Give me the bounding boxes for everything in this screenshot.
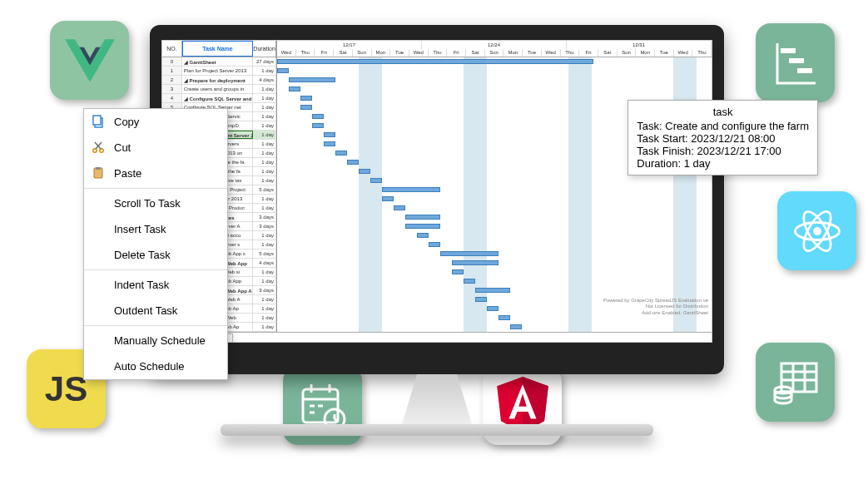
cell-duration[interactable]: 1 day <box>253 268 276 276</box>
ctx-cut[interactable]: Cut <box>84 135 227 161</box>
monitor-base <box>221 424 653 436</box>
gantt-bar[interactable] <box>405 224 440 229</box>
cell-duration[interactable]: 1 day <box>253 149 276 157</box>
cell-duration[interactable]: 1 day <box>253 277 276 285</box>
cell-duration[interactable]: 1 day <box>253 103 276 111</box>
cell-duration[interactable]: 1 day <box>253 112 276 121</box>
vue-icon <box>65 39 115 82</box>
ctx-delete-task[interactable]: Delete Task <box>84 242 227 268</box>
ctx-indent-task[interactable]: Indent Task <box>84 272 227 298</box>
gantt-bar[interactable] <box>359 169 370 174</box>
cell-duration[interactable]: 1 day <box>253 67 276 75</box>
gantt-chart-pane: 12/1712/2412/31 WedThuFriSatSunMonTueWed… <box>277 41 712 332</box>
cell-duration[interactable]: 3 days <box>253 222 276 230</box>
gantt-bar[interactable] <box>300 96 312 101</box>
cell-duration[interactable]: 1 day <box>253 304 276 313</box>
gantt-bar[interactable] <box>324 132 335 137</box>
gantt-bar[interactable] <box>510 324 522 329</box>
paste-icon <box>92 166 105 180</box>
gantt-bar[interactable] <box>370 178 382 183</box>
svg-rect-1 <box>789 58 804 63</box>
svg-rect-31 <box>96 167 101 170</box>
day-header: Wed <box>674 49 693 57</box>
copy-icon <box>92 115 105 128</box>
gantt-bar[interactable] <box>347 160 359 165</box>
gantt-bar[interactable] <box>475 297 487 302</box>
ctx-outdent-task[interactable]: Outdent Task <box>84 298 227 324</box>
gantt-bar[interactable] <box>277 59 593 64</box>
tooltip-finish: Task Finish: 2023/12/21 17:00 <box>637 145 809 157</box>
gantt-bar[interactable] <box>382 187 440 192</box>
task-row[interactable]: 0◢ GanttSheet27 days <box>162 57 276 67</box>
ctx-paste[interactable]: Paste <box>84 161 227 186</box>
gantt-bar[interactable] <box>324 141 335 146</box>
gantt-bar[interactable] <box>289 77 335 82</box>
svg-rect-2 <box>797 68 812 73</box>
gantt-bar[interactable] <box>312 123 324 128</box>
gantt-bar[interactable] <box>382 196 394 201</box>
cell-duration[interactable]: 3 days <box>253 213 276 221</box>
gantt-bar[interactable] <box>487 306 498 311</box>
header-no[interactable]: NO. <box>162 41 182 57</box>
cell-duration[interactable]: 4 days <box>253 259 276 267</box>
task-row[interactable]: 3Create users and groups in1 day <box>162 85 276 94</box>
cell-duration[interactable]: 1 day <box>253 240 276 249</box>
cell-duration[interactable]: 1 day <box>253 176 276 185</box>
day-header: Thu <box>561 49 580 57</box>
task-row[interactable]: 1Plan for Project Server 20131 day <box>162 67 276 76</box>
cell-task[interactable]: Plan for Project Server 2013 <box>182 67 253 75</box>
ctx-copy[interactable]: Copy <box>84 109 227 135</box>
cell-duration[interactable]: 1 day <box>253 85 276 93</box>
cell-duration[interactable]: 1 day <box>253 158 276 166</box>
gantt-bar[interactable] <box>289 86 300 91</box>
cell-duration[interactable]: 1 day <box>253 204 276 212</box>
gantt-bar[interactable] <box>464 279 475 284</box>
gantt-chart-body[interactable] <box>277 57 712 332</box>
gantt-bar[interactable] <box>452 260 498 265</box>
gantt-bar[interactable] <box>452 269 464 274</box>
cell-duration[interactable]: 3 days <box>253 286 276 294</box>
ctx-insert-task[interactable]: Insert Task <box>84 216 227 242</box>
cell-duration[interactable]: 4 days <box>253 76 276 84</box>
cell-no: 2 <box>162 76 182 84</box>
header-duration[interactable]: Duration <box>253 41 276 57</box>
cell-duration[interactable]: 1 day <box>253 140 276 148</box>
gantt-bar[interactable] <box>335 151 347 156</box>
cell-duration[interactable]: 1 day <box>253 94 276 102</box>
cell-task[interactable]: ◢ Prepare for deployment <box>182 76 253 84</box>
gantt-bar[interactable] <box>277 68 289 73</box>
gantt-bar[interactable] <box>440 251 498 256</box>
gantt-bar[interactable] <box>394 205 405 210</box>
cell-task[interactable]: Create users and groups in <box>182 85 253 93</box>
ctx-auto-schedule[interactable]: Auto Schedule <box>84 353 227 379</box>
gantt-bar[interactable] <box>300 105 312 110</box>
gantt-bar[interactable] <box>475 288 510 293</box>
cell-duration[interactable]: 5 days <box>253 185 276 194</box>
task-row[interactable]: 4◢ Configure SQL Server and1 day <box>162 94 276 103</box>
day-header: Mon <box>636 49 655 57</box>
cell-duration[interactable]: 1 day <box>253 167 276 175</box>
gantt-bar[interactable] <box>417 233 429 238</box>
gantt-bar[interactable] <box>405 215 440 220</box>
gantt-bar[interactable] <box>429 242 440 247</box>
gantt-bar[interactable] <box>312 114 324 119</box>
cell-duration[interactable]: 1 day <box>253 323 276 331</box>
header-task-name[interactable]: Task Name <box>182 41 253 57</box>
watermark: Powered by GrapeCity SpreadJS Evaluation… <box>603 298 708 317</box>
day-header: Sat <box>598 49 618 57</box>
cell-task[interactable]: ◢ Configure SQL Server and <box>182 94 253 102</box>
task-row[interactable]: 2◢ Prepare for deployment4 days <box>162 76 276 85</box>
ctx-manually-schedule[interactable]: Manually Schedule <box>84 328 227 353</box>
ctx-scroll-to-task[interactable]: Scroll To Task <box>84 190 227 216</box>
cell-duration[interactable]: 1 day <box>253 231 276 240</box>
cell-task[interactable]: ◢ GanttSheet <box>182 57 253 66</box>
cell-duration[interactable]: 1 day <box>253 295 276 304</box>
cell-duration[interactable]: 1 day <box>253 314 276 322</box>
cell-duration[interactable]: 1 day <box>253 121 276 130</box>
cell-duration[interactable]: 1 day <box>253 131 276 139</box>
cut-icon <box>92 141 105 154</box>
gantt-bar[interactable] <box>498 315 510 320</box>
cell-duration[interactable]: 27 days <box>253 57 276 66</box>
cell-duration[interactable]: 1 day <box>253 195 276 203</box>
cell-duration[interactable]: 5 days <box>253 250 276 258</box>
